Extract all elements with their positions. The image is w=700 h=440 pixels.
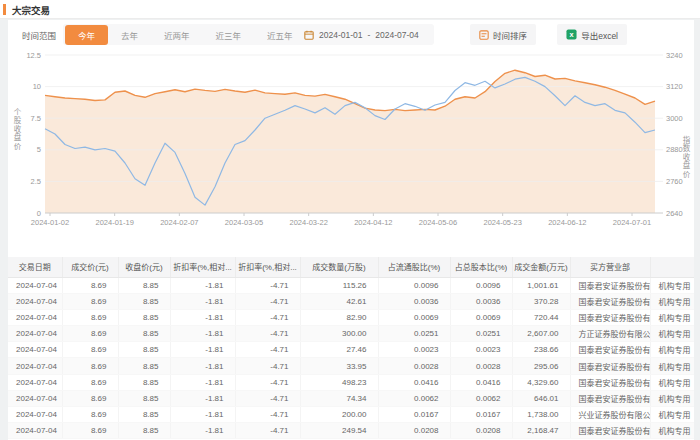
table-cell: -1.81 xyxy=(170,342,235,358)
chart-canvas[interactable]: 02.557.51012.526402760288030003120324020… xyxy=(8,48,694,234)
table-cell: 2024-07-04 xyxy=(8,407,62,423)
table-row: 2024-07-048.698.85-1.81-4.7174.340.00620… xyxy=(8,390,694,406)
y-tick-label-right: 3000 xyxy=(666,114,683,123)
table-cell: 2024-07-04 xyxy=(8,277,62,293)
table-cell: -1.81 xyxy=(170,390,235,406)
table-cell: -1.81 xyxy=(170,326,235,342)
x-tick-label: 2024-01-02 xyxy=(31,218,69,227)
table-cell: 0.0023 xyxy=(378,342,450,358)
table-cell: 1,738.00 xyxy=(512,407,570,423)
y-tick-label-left: 12.5 xyxy=(26,51,41,60)
table-header-cell: 成交数量(万股) xyxy=(300,257,378,277)
table-cell: 0.0096 xyxy=(450,277,512,293)
table-cell: 8.69 xyxy=(62,374,118,390)
y-tick-label-left: 7.5 xyxy=(31,114,41,123)
range-pill-2[interactable]: 近两年 xyxy=(151,25,203,45)
table-cell: 机构专用 xyxy=(650,277,694,293)
table-cell: 机构专用 xyxy=(650,423,694,439)
table-cell: 646.01 xyxy=(512,390,570,406)
table-cell: 2024-07-04 xyxy=(8,358,62,374)
date-range-picker[interactable]: 2024-01-01 - 2024-07-04 xyxy=(296,24,434,45)
x-tick-label: 2024-04-12 xyxy=(354,218,392,227)
table-cell: 8.85 xyxy=(118,342,170,358)
table-cell: 8.85 xyxy=(118,326,170,342)
time-sort-icon xyxy=(479,30,489,40)
table-cell: -4.71 xyxy=(235,423,300,439)
table-cell: 300.00 xyxy=(300,326,378,342)
table-cell: -4.71 xyxy=(235,326,300,342)
table-cell: 兴业证券股份有限公司哈... xyxy=(570,407,650,423)
excel-icon: x xyxy=(566,29,577,40)
export-excel-button[interactable]: x 导出excel xyxy=(557,24,627,45)
y-tick-label-right: 3120 xyxy=(666,82,683,91)
table-header-cell: 成交金额(万元) xyxy=(512,257,570,277)
trades-table: 交易日期成交价(元)收盘价(元)折扣率(%,相对...折扣率(%,相对...成交… xyxy=(8,257,694,439)
table-cell: -1.81 xyxy=(170,293,235,309)
table-cell: 498.23 xyxy=(300,374,378,390)
time-sort-label: 时间排序 xyxy=(493,29,527,41)
table-cell: 0.0208 xyxy=(450,423,512,439)
x-tick-label: 2024-03-05 xyxy=(225,218,263,227)
title-accent-bar xyxy=(3,4,6,15)
table-cell: 2024-07-04 xyxy=(8,342,62,358)
y-tick-label-left: 5 xyxy=(37,145,41,154)
table-cell: -1.81 xyxy=(170,309,235,325)
trades-table-wrap: 交易日期成交价(元)收盘价(元)折扣率(%,相对...折扣率(%,相对...成交… xyxy=(8,257,694,440)
table-cell: 国泰君安证券股份有限公... xyxy=(570,342,650,358)
export-excel-label: 导出excel xyxy=(581,29,618,41)
table-header-cell: 占流通股比(%) xyxy=(378,257,450,277)
x-tick-label: 2024-05-23 xyxy=(483,218,521,227)
table-cell: 8.69 xyxy=(62,277,118,293)
table-cell: 0.0023 xyxy=(450,342,512,358)
content-card: 时间范围 今年去年近两年近三年近五年全部 2024-01-01 - 2024-0… xyxy=(8,20,694,440)
table-cell: 295.06 xyxy=(512,358,570,374)
table-header-cell: 交易日期 xyxy=(8,257,62,277)
table-cell: 33.95 xyxy=(300,358,378,374)
toolbar: 时间范围 今年去年近两年近三年近五年全部 2024-01-01 - 2024-0… xyxy=(8,20,694,50)
table-cell: 0.0036 xyxy=(450,293,512,309)
table-header-cell: 折扣率(%,相对... xyxy=(235,257,300,277)
table-cell: -4.71 xyxy=(235,407,300,423)
table-cell: 8.85 xyxy=(118,309,170,325)
range-pill-0[interactable]: 今年 xyxy=(65,25,108,45)
table-cell: 国泰君安证券股份有限公... xyxy=(570,277,650,293)
table-cell: 0.0208 xyxy=(378,423,450,439)
y-tick-label-right: 2640 xyxy=(666,209,683,218)
x-tick-label: 2024-02-07 xyxy=(160,218,198,227)
table-cell: 机构专用 xyxy=(650,407,694,423)
table-cell: 238.66 xyxy=(512,342,570,358)
page-title: 大宗交易 xyxy=(12,3,50,17)
range-pill-3[interactable]: 近三年 xyxy=(203,25,255,45)
table-cell: 机构专用 xyxy=(650,309,694,325)
table-cell: 0.0096 xyxy=(378,277,450,293)
table-cell: 2024-07-04 xyxy=(8,326,62,342)
table-cell: -4.71 xyxy=(235,342,300,358)
table-cell: 0.0062 xyxy=(378,390,450,406)
table-cell: 2024-07-04 xyxy=(8,423,62,439)
table-cell: 0.0167 xyxy=(450,407,512,423)
table-cell: 2,607.00 xyxy=(512,326,570,342)
table-cell: 8.85 xyxy=(118,293,170,309)
table-cell: -4.71 xyxy=(235,277,300,293)
table-cell: 2,168.47 xyxy=(512,423,570,439)
table-cell: 0.0028 xyxy=(378,358,450,374)
table-cell: 8.85 xyxy=(118,374,170,390)
table-cell: 8.69 xyxy=(62,423,118,439)
range-pill-1[interactable]: 去年 xyxy=(108,25,151,45)
table-cell: 8.85 xyxy=(118,407,170,423)
time-sort-button[interactable]: 时间排序 xyxy=(470,24,536,45)
table-row: 2024-07-048.698.85-1.81-4.71498.230.0416… xyxy=(8,374,694,390)
y-tick-label-right: 3240 xyxy=(666,51,683,60)
table-cell: 0.0251 xyxy=(378,326,450,342)
chart[interactable]: 个股收盘价 指数收盘价 02.557.51012.526402760288030… xyxy=(8,48,694,238)
table-cell: 720.44 xyxy=(512,309,570,325)
table-cell: 2024-07-04 xyxy=(8,309,62,325)
x-tick-label: 2024-01-19 xyxy=(95,218,133,227)
table-cell: 8.85 xyxy=(118,423,170,439)
table-row: 2024-07-048.698.85-1.81-4.7127.460.00230… xyxy=(8,342,694,358)
table-header-cell: 收盘价(元) xyxy=(118,257,170,277)
y-tick-label-left: 10 xyxy=(33,82,41,91)
y-axis-left-title: 个股收盘价 xyxy=(11,108,22,151)
table-header-cell xyxy=(650,257,694,277)
table-cell: 国泰君安证券股份有限公... xyxy=(570,390,650,406)
